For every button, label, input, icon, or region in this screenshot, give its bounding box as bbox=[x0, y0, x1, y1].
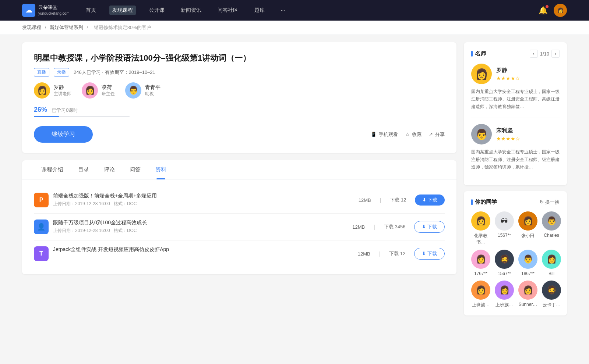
student-avatar-4: 👨 bbox=[542, 211, 561, 231]
nav-item-discover[interactable]: 发现课程 bbox=[109, 6, 136, 15]
progress-label: 26% 已学习0课时 bbox=[34, 106, 445, 114]
file-item-1: P 前端全栈加强版！前端全栈+全周期+多端应用 上传日期：2019-12-28 … bbox=[34, 187, 445, 214]
file-icon-3: T bbox=[34, 246, 49, 261]
prev-page-btn[interactable]: ‹ bbox=[530, 50, 538, 58]
file-info-3: Jetpack全组件实战 开发短视频应用高仿皮皮虾App bbox=[53, 246, 169, 254]
student-avatar-1: 👩 bbox=[471, 211, 490, 231]
refresh-icon: ↻ bbox=[540, 199, 544, 205]
teacher-card-name-1: 罗静 bbox=[496, 67, 520, 74]
title-bar bbox=[471, 51, 473, 57]
navbar: ☁ 云朵课堂yunduoketang.com 首页 发现课程 公开课 新闻资讯 … bbox=[0, 0, 589, 21]
file-downloads-3: 下载 12 bbox=[389, 250, 405, 257]
student-item-2[interactable]: 🕶 1567** bbox=[495, 211, 514, 245]
teacher-card-1: 👩 罗静 ★★★★☆ 国内某重点大学安全工程专业硕士，国家一级注册消防工程师、注… bbox=[471, 64, 560, 110]
student-item-8[interactable]: 👩 Bill bbox=[542, 250, 561, 276]
students-section-title: 你的同学 ↻ 换一换 bbox=[471, 199, 560, 206]
file-meta-1: 上传日期：2019-12-28 16:00 格式：DOC bbox=[53, 201, 157, 207]
refresh-button[interactable]: ↻ 换一换 bbox=[540, 199, 560, 206]
student-avatar-2: 🕶 bbox=[495, 211, 514, 231]
title-bar-2 bbox=[471, 199, 473, 205]
teacher-info-3: 青青平 助教 bbox=[145, 84, 161, 97]
teacher-info-1: 罗静 主讲老师 bbox=[54, 84, 71, 97]
nav-item-exam[interactable]: 题库 bbox=[251, 6, 268, 15]
student-item-12[interactable]: 🧔 云卡丁… bbox=[542, 281, 561, 308]
student-item-3[interactable]: 👩 张小田 bbox=[518, 211, 537, 245]
pagination-text: 1/10 bbox=[540, 51, 549, 57]
tab-resources[interactable]: 资料 bbox=[148, 160, 174, 179]
teacher-card-desc-2: 国内某重点大学安全工程专业硕士，国家一级注册消防工程师、注册安全工程师、级注册建… bbox=[471, 148, 560, 171]
progress-bar-fill bbox=[34, 116, 59, 117]
file-size-2: 12MB bbox=[352, 224, 365, 230]
file-info-2: 跟随千万级项目从0到100全过程高效成长 上传日期：2019-12-28 16:… bbox=[53, 220, 147, 234]
tabs-header: 课程介绍 目录 评论 问答 资料 bbox=[22, 160, 456, 179]
file-meta-2: 上传日期：2019-12-28 16:00 格式：DOC bbox=[53, 228, 147, 234]
file-right-2: 12MB | 下载 3456 ⬇ 下载 bbox=[352, 221, 445, 233]
star-icon: ☆ bbox=[405, 132, 410, 137]
file-name-1: 前端全栈加强版！前端全栈+全周期+多端应用 bbox=[53, 193, 157, 199]
nav-items: 首页 发现课程 公开课 新闻资讯 问答社区 题库 ··· bbox=[83, 6, 288, 15]
teacher-role-3: 助教 bbox=[145, 91, 161, 97]
nav-item-news[interactable]: 新闻资讯 bbox=[178, 6, 204, 15]
student-name-11: Sunner… bbox=[519, 302, 537, 307]
notification-bell[interactable]: 🔔 bbox=[539, 6, 548, 15]
nav-item-qa[interactable]: 问答社区 bbox=[215, 6, 241, 15]
download-button-1[interactable]: ⬇ 下载 bbox=[415, 195, 445, 206]
students-grid: 👩 化学教书… 🕶 1567** 👩 张小田 👨 Charles 👩 bbox=[471, 211, 560, 308]
teacher-stars-1: ★★★★☆ bbox=[496, 75, 520, 81]
next-page-btn[interactable]: › bbox=[551, 50, 560, 58]
file-icon-1: P bbox=[34, 193, 49, 207]
logo-text: 云朵课堂yunduoketang.com bbox=[38, 4, 70, 16]
collect-button[interactable]: ☆ 收藏 bbox=[405, 131, 422, 138]
badge-record: 录播 bbox=[54, 68, 69, 76]
nav-item-more[interactable]: ··· bbox=[278, 6, 288, 15]
file-downloads-2: 下载 3456 bbox=[384, 224, 406, 230]
teacher-info-2: 凌荷 班主任 bbox=[102, 84, 115, 97]
student-item-4[interactable]: 👨 Charles bbox=[542, 211, 561, 245]
student-item-7[interactable]: 👨 1867** bbox=[518, 250, 537, 276]
student-name-2: 1567** bbox=[498, 233, 511, 238]
teacher-avatar-3: 👨 bbox=[125, 82, 141, 99]
logo[interactable]: ☁ 云朵课堂yunduoketang.com bbox=[22, 4, 70, 17]
download-button-3[interactable]: ⬇ 下载 bbox=[414, 248, 445, 260]
teacher-card-desc-1: 国内某重点大学安全工程专业硕士，国家一级注册消防工程师、注册安全工程师、高级注册… bbox=[471, 88, 560, 110]
student-name-3: 张小田 bbox=[521, 233, 535, 239]
student-item-1[interactable]: 👩 化学教书… bbox=[471, 211, 490, 245]
student-item-10[interactable]: 👩 上班族… bbox=[495, 281, 514, 308]
mobile-watch-button[interactable]: 📱 手机观看 bbox=[371, 131, 398, 138]
continue-button[interactable]: 继续学习 bbox=[34, 126, 93, 143]
user-avatar[interactable]: 👩 bbox=[554, 4, 567, 17]
student-avatar-11: 👩 bbox=[518, 281, 537, 300]
teacher-name-3: 青青平 bbox=[145, 84, 161, 91]
tabs-content: P 前端全栈加强版！前端全栈+全周期+多端应用 上传日期：2019-12-28 … bbox=[22, 179, 456, 274]
course-meta: 直播 录播 246人已学习 · 有效期至：2019–10–21 bbox=[34, 68, 445, 76]
teacher-card-2: 👨 宋利坚 ★★★★☆ 国内某重点大学安全工程专业硕士，国家一级注册消防工程师、… bbox=[471, 124, 560, 171]
share-button[interactable]: ↗ 分享 bbox=[429, 131, 445, 138]
progress-section: 26% 已学习0课时 bbox=[34, 106, 445, 117]
student-item-11[interactable]: 👩 Sunner… bbox=[518, 281, 537, 308]
teacher-stars-2: ★★★★☆ bbox=[496, 136, 520, 142]
teacher-item-1: 👩 罗静 主讲老师 bbox=[34, 82, 71, 99]
student-item-5[interactable]: 👩 1767** bbox=[471, 250, 490, 276]
nav-item-home[interactable]: 首页 bbox=[83, 6, 99, 15]
breadcrumb-discover[interactable]: 发现课程 bbox=[22, 25, 41, 30]
breadcrumb-series[interactable]: 新媒体营销系列 bbox=[50, 25, 83, 30]
tab-qa[interactable]: 问答 bbox=[122, 160, 148, 179]
tab-comments[interactable]: 评论 bbox=[96, 160, 122, 179]
student-avatar-10: 👩 bbox=[495, 281, 514, 300]
student-item-9[interactable]: 👩 上班族… bbox=[471, 281, 490, 308]
tab-catalog[interactable]: 目录 bbox=[71, 160, 96, 179]
action-buttons: 📱 手机观看 ☆ 收藏 ↗ 分享 bbox=[371, 131, 445, 138]
student-avatar-8: 👩 bbox=[542, 250, 561, 269]
file-icon-2: 👤 bbox=[34, 220, 49, 234]
bell-dot bbox=[546, 5, 549, 8]
logo-icon: ☁ bbox=[22, 4, 35, 17]
student-item-6[interactable]: 🧔 1567** bbox=[495, 250, 514, 276]
file-item-3: T Jetpack全组件实战 开发短视频应用高仿皮皮虾App 12MB | 下载… bbox=[34, 240, 445, 267]
download-button-2[interactable]: ⬇ 下载 bbox=[414, 221, 445, 233]
student-avatar-9: 👩 bbox=[471, 281, 490, 300]
badge-live: 直播 bbox=[34, 68, 49, 76]
tab-intro[interactable]: 课程介绍 bbox=[34, 160, 71, 179]
teacher-item-3: 👨 青青平 助教 bbox=[125, 82, 161, 99]
teacher-role-2: 班主任 bbox=[102, 91, 115, 97]
nav-item-open[interactable]: 公开课 bbox=[146, 6, 167, 15]
